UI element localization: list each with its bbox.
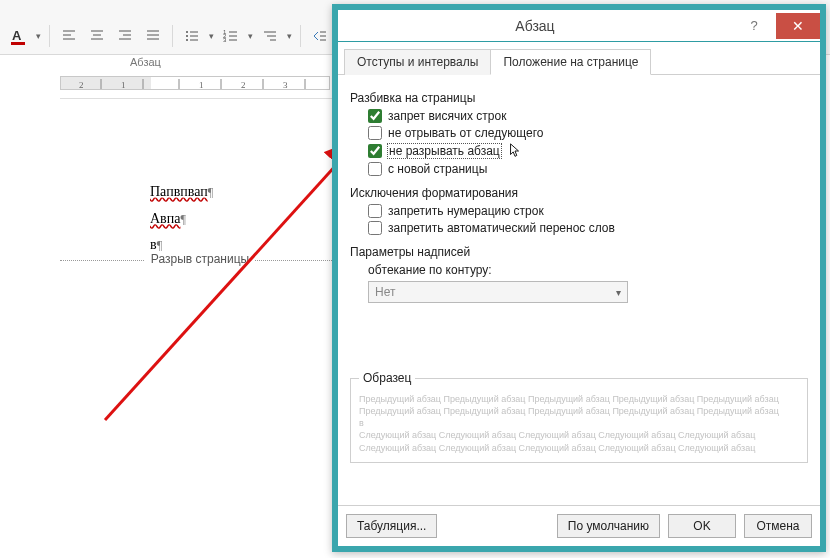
section-pagination: Разбивка на страницы <box>350 91 808 105</box>
tabs-button[interactable]: Табуляция... <box>346 514 437 538</box>
preview-title: Образец <box>359 371 415 385</box>
svg-point-18 <box>186 39 188 41</box>
dialog-tabs: Отступы и интервалы Положение на страниц… <box>338 42 820 75</box>
preview-fieldset: Образец Предыдущий абзац Предыдущий абза… <box>350 371 808 463</box>
svg-text:2: 2 <box>79 80 84 90</box>
doc-line-1: Папвпвап <box>150 184 208 199</box>
tight-wrap-select[interactable]: Нет ▾ <box>368 281 628 303</box>
close-button[interactable]: ✕ <box>776 13 820 39</box>
svg-text:2: 2 <box>241 80 246 90</box>
section-textbox-options: Параметры надписей <box>350 245 808 259</box>
checkbox-suppress-line-numbers[interactable] <box>368 204 382 218</box>
svg-rect-1 <box>11 42 25 45</box>
label-no-hyphenation: запретить автоматический перенос слов <box>388 221 615 235</box>
paragraph-dialog: Абзац ? ✕ Отступы и интервалы Положение … <box>332 4 826 552</box>
tight-wrap-value: Нет <box>375 285 395 299</box>
checkbox-page-break-before[interactable] <box>368 162 382 176</box>
svg-text:1: 1 <box>199 80 204 90</box>
dialog-body: Разбивка на страницы запрет висячих стро… <box>338 75 820 505</box>
pilcrow-icon: ¶ <box>180 212 185 226</box>
tab-indent-spacing[interactable]: Отступы и интервалы <box>344 49 491 75</box>
checkbox-no-hyphenation[interactable] <box>368 221 382 235</box>
numbering-button[interactable]: 123 <box>220 25 242 47</box>
doc-line-2: Авпа <box>150 211 180 226</box>
page-break-indicator: Разрыв страницы <box>60 260 340 275</box>
set-default-button[interactable]: По умолчанию <box>557 514 660 538</box>
label-keep-with-next: не отрывать от следующего <box>388 126 543 140</box>
align-right-button[interactable] <box>114 25 136 47</box>
document-page[interactable]: Папвпвап¶ Авпа¶ в¶ <box>60 98 340 538</box>
font-color-button[interactable]: A <box>8 25 30 47</box>
svg-text:1: 1 <box>121 80 126 90</box>
svg-text:3: 3 <box>283 80 288 90</box>
chevron-down-icon: ▾ <box>616 287 621 298</box>
label-tight-wrap: обтекание по контуру: <box>368 263 808 277</box>
ok-button[interactable]: OK <box>668 514 736 538</box>
preview-next-text: Следующий абзац Следующий абзац Следующи… <box>359 429 799 453</box>
svg-point-16 <box>186 35 188 37</box>
label-keep-lines-together: не разрывать абзац <box>388 144 501 158</box>
checkbox-widow-control[interactable] <box>368 109 382 123</box>
cursor-icon <box>509 143 521 159</box>
tab-page-position[interactable]: Положение на странице <box>490 49 651 75</box>
label-page-break-before: с новой страницы <box>388 162 487 176</box>
multilevel-button[interactable] <box>259 25 281 47</box>
label-suppress-line-numbers: запретить нумерацию строк <box>388 204 544 218</box>
align-left-button[interactable] <box>58 25 80 47</box>
label-widow-control: запрет висячих строк <box>388 109 506 123</box>
preview-bullet: в <box>359 417 799 429</box>
cancel-button[interactable]: Отмена <box>744 514 812 538</box>
bullets-button[interactable] <box>181 25 203 47</box>
svg-text:3: 3 <box>223 37 227 43</box>
doc-line-3: в <box>150 237 157 252</box>
page-break-label: Разрыв страницы <box>145 252 255 266</box>
checkbox-keep-with-next[interactable] <box>368 126 382 140</box>
align-justify-button[interactable] <box>142 25 164 47</box>
section-formatting-exceptions: Исключения форматирования <box>350 186 808 200</box>
pilcrow-icon: ¶ <box>208 185 213 199</box>
decrease-indent-button[interactable] <box>309 25 331 47</box>
svg-point-14 <box>186 31 188 33</box>
align-center-button[interactable] <box>86 25 108 47</box>
dialog-title: Абзац <box>338 18 732 34</box>
help-button[interactable]: ? <box>732 13 776 39</box>
preview-prev-text: Предыдущий абзац Предыдущий абзац Предыд… <box>359 393 799 417</box>
checkbox-keep-lines-together[interactable] <box>368 144 382 158</box>
svg-text:A: A <box>12 28 22 43</box>
paragraph-group-label: Абзац <box>130 56 161 68</box>
dialog-titlebar: Абзац ? ✕ <box>338 10 820 42</box>
dialog-footer: Табуляция... По умолчанию OK Отмена <box>338 505 820 546</box>
pilcrow-icon: ¶ <box>157 238 162 252</box>
